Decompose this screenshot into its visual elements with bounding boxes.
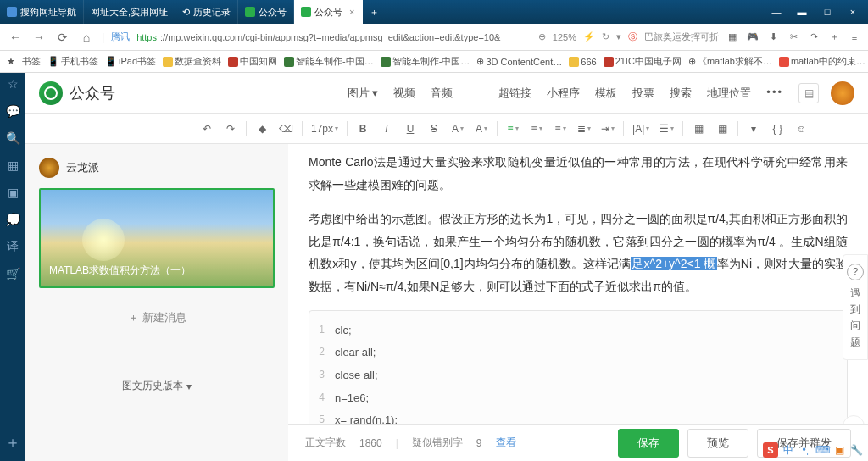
- zoom-icon[interactable]: ⊕: [538, 31, 546, 42]
- lb-live[interactable]: ▣: [5, 185, 20, 200]
- ime-sogou-icon[interactable]: S: [763, 442, 778, 458]
- lb-add[interactable]: ＋: [5, 432, 20, 453]
- cut-icon[interactable]: ✂: [787, 31, 800, 44]
- close-icon[interactable]: ×: [349, 7, 354, 17]
- ext-icon[interactable]: ▦: [726, 31, 739, 44]
- flash-icon[interactable]: ⚡: [583, 31, 595, 42]
- lineheight-btn[interactable]: |A|: [629, 119, 653, 139]
- table-btn[interactable]: ▦: [688, 119, 709, 139]
- align-left[interactable]: ≡: [503, 119, 523, 139]
- extra-btn[interactable]: ▤: [798, 83, 819, 103]
- align-right[interactable]: ≡: [550, 119, 570, 139]
- history-version-btn[interactable]: 图文历史版本 ▾: [122, 375, 192, 397]
- reload-btn[interactable]: ⟳: [54, 29, 71, 46]
- min-btn[interactable]: ▬: [790, 4, 814, 19]
- ime-cn-icon[interactable]: 中: [782, 443, 795, 457]
- preview-button[interactable]: 预览: [687, 429, 748, 458]
- fontcolor-btn[interactable]: A: [448, 119, 468, 139]
- tab-4-active[interactable]: 公众号×: [294, 0, 362, 24]
- menu-miniapp[interactable]: 小程序: [547, 86, 580, 101]
- menu-vote[interactable]: 投票: [632, 86, 654, 101]
- indent-btn[interactable]: ⇥: [598, 119, 618, 139]
- menu-icon[interactable]: ≡: [848, 31, 861, 44]
- menu-geo[interactable]: 地理位置: [707, 86, 751, 101]
- author-row[interactable]: 云龙派: [39, 158, 275, 178]
- align-justify[interactable]: ≣: [574, 119, 594, 139]
- lb-trans[interactable]: 译: [5, 239, 20, 254]
- ime-tool-icon[interactable]: 🔧: [849, 443, 863, 457]
- tab-0[interactable]: 搜狗网址导航: [0, 0, 84, 24]
- fwd-btn[interactable]: →: [31, 29, 47, 46]
- lb-grid[interactable]: ▦: [5, 158, 20, 173]
- bm-5[interactable]: 智能车制作-中国…: [284, 55, 374, 68]
- star-icon[interactable]: ★: [7, 56, 15, 67]
- article-body[interactable]: Monte Carlo法是通过大量实验来求取随机变量近似值的一种常用的方法，在现…: [288, 144, 868, 461]
- lb-cart[interactable]: 🛒: [5, 266, 20, 281]
- italic-btn[interactable]: I: [376, 119, 397, 139]
- menu-video[interactable]: 视频: [393, 86, 415, 101]
- bm-3[interactable]: 数据查资料: [163, 55, 221, 68]
- more-tool[interactable]: ▾: [743, 119, 764, 139]
- bm-0[interactable]: 书签: [22, 55, 41, 68]
- bm-10[interactable]: ⊕《matlab求解不…: [688, 55, 772, 68]
- bm-6[interactable]: 智能车制作-中国…: [381, 55, 470, 68]
- lb-chat[interactable]: 💬: [5, 103, 20, 119]
- game-icon[interactable]: 🎮: [746, 31, 760, 44]
- max-btn[interactable]: □: [815, 4, 839, 19]
- menu-audio[interactable]: 音频: [431, 86, 453, 101]
- history-icon[interactable]: ↷: [807, 31, 821, 44]
- check-link[interactable]: 查看: [496, 436, 516, 450]
- undo-btn[interactable]: ↶: [197, 119, 217, 139]
- bm-9[interactable]: 21IC中国电子网: [604, 55, 682, 68]
- bm-7[interactable]: ⊕3D ContentCent…: [476, 56, 562, 67]
- help-btn[interactable]: ☺: [791, 119, 811, 139]
- app-title: 公众号: [70, 83, 115, 103]
- save-button[interactable]: 保存: [618, 429, 679, 458]
- menu-search[interactable]: 搜索: [670, 86, 692, 101]
- lb-search[interactable]: 🔍: [5, 131, 20, 146]
- bm-11[interactable]: matlab中的约束…: [779, 55, 865, 68]
- ime-skin-icon[interactable]: ▣: [832, 443, 846, 457]
- emoji-btn[interactable]: ▦: [712, 119, 732, 139]
- menu-link[interactable]: 超链接: [498, 86, 531, 101]
- clear-format[interactable]: ⌫: [275, 119, 297, 139]
- align-center[interactable]: ≡: [526, 119, 547, 139]
- url-field[interactable]: https://mp.weixin.qq.com/cgi-bin/appmsg?…: [136, 32, 531, 42]
- cover-card[interactable]: MATLAB求数值积分方法（一）: [39, 188, 275, 288]
- ime-kb-icon[interactable]: ⌨: [815, 443, 829, 457]
- lb-msg[interactable]: 💭: [5, 212, 20, 227]
- back-btn[interactable]: ←: [7, 29, 24, 46]
- code-btn[interactable]: { }: [767, 119, 787, 139]
- menu-more[interactable]: •••: [766, 86, 783, 101]
- close-btn[interactable]: ×: [841, 4, 865, 19]
- ime-punct-icon[interactable]: •ˌ: [798, 443, 812, 457]
- app-logo[interactable]: 公众号: [39, 81, 115, 105]
- lb-star[interactable]: ☆: [5, 76, 20, 92]
- zoom-level: 125%: [553, 32, 576, 42]
- strike-btn[interactable]: S: [424, 119, 444, 139]
- menu-tpl[interactable]: 模板: [595, 86, 617, 101]
- tab-2[interactable]: ⟲历史记录: [175, 0, 238, 24]
- list-btn[interactable]: ☰: [656, 119, 677, 139]
- download-icon[interactable]: ⬇: [766, 31, 780, 44]
- bm-4[interactable]: 中国知网: [228, 55, 277, 68]
- bgcolor-btn[interactable]: A: [471, 119, 492, 139]
- tab-1[interactable]: 网址大全,实用网址: [84, 0, 175, 24]
- collapse-btn[interactable]: —: [765, 4, 788, 19]
- feedback-panel[interactable]: ? 遇到问题: [843, 254, 868, 360]
- new-tab[interactable]: ＋: [363, 0, 386, 24]
- menu-plus[interactable]: ＋: [827, 31, 841, 44]
- underline-btn[interactable]: U: [400, 119, 420, 139]
- bold-btn[interactable]: B: [353, 119, 373, 139]
- home-btn[interactable]: ⌂: [78, 29, 95, 46]
- format-painter[interactable]: ◆: [252, 119, 272, 139]
- bm-8[interactable]: 666: [569, 57, 596, 67]
- bm-1[interactable]: 📱手机书签: [47, 55, 98, 68]
- redo-btn[interactable]: ↷: [220, 119, 241, 139]
- menu-pic[interactable]: 图片 ▾: [348, 86, 379, 101]
- fontsize-select[interactable]: 17px: [308, 119, 342, 139]
- new-message-btn[interactable]: ＋ 新建消息: [39, 298, 275, 337]
- user-avatar[interactable]: [831, 81, 854, 105]
- tab-3[interactable]: 公众号: [238, 0, 294, 24]
- bm-2[interactable]: 📱iPad书签: [105, 55, 156, 68]
